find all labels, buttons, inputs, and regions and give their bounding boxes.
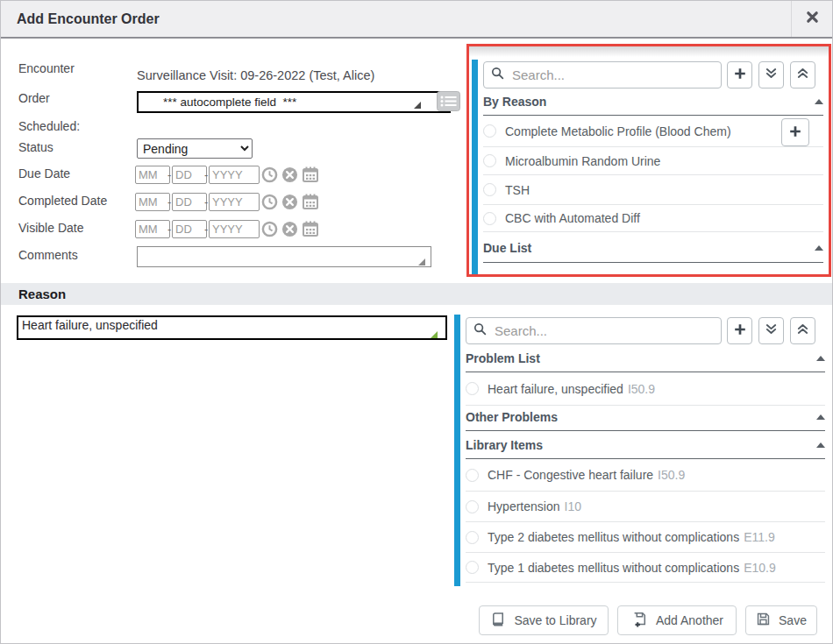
radio-icon[interactable] bbox=[483, 183, 496, 196]
due-date-yyyy-input[interactable] bbox=[209, 166, 260, 184]
radio-icon[interactable] bbox=[466, 561, 479, 574]
date-separator: - bbox=[204, 195, 208, 209]
reason-add-button[interactable] bbox=[727, 317, 752, 344]
visible-date-label: Visible Date bbox=[18, 221, 83, 235]
date-separator: - bbox=[167, 223, 171, 236]
collapse-caret-icon bbox=[816, 414, 825, 420]
completed-date-label: Completed Date bbox=[18, 194, 107, 208]
search-icon bbox=[491, 67, 504, 83]
order-expand-all-button[interactable] bbox=[758, 61, 784, 88]
collapse-caret-icon bbox=[815, 245, 823, 251]
reason-item-row[interactable]: Hypertension I10 bbox=[466, 492, 825, 522]
order-item-row[interactable]: Complete Metabolic Profile (Blood Chem) bbox=[483, 116, 823, 147]
save-button[interactable]: Save bbox=[745, 605, 817, 635]
reason-resize-grip[interactable] bbox=[431, 331, 438, 338]
radio-icon[interactable] bbox=[483, 124, 496, 138]
save-to-library-button[interactable]: Save to Library bbox=[479, 605, 609, 635]
comments-label: Comments bbox=[18, 248, 78, 262]
reason-item-row[interactable]: Heart failure, unspecified I50.9 bbox=[466, 372, 825, 406]
reason-item-label: Type 1 diabetes mellitus without complic… bbox=[488, 561, 739, 575]
order-item-label: TSH bbox=[505, 183, 530, 197]
order-collapse-all-button[interactable] bbox=[790, 61, 815, 88]
radio-icon[interactable] bbox=[466, 531, 479, 544]
collapse-caret-icon bbox=[816, 356, 825, 361]
completed-date-yyyy-input[interactable] bbox=[209, 193, 260, 211]
reason-item-row[interactable]: Type 1 diabetes mellitus without complic… bbox=[466, 553, 825, 583]
reason-input[interactable]: Heart failure, unspecified bbox=[17, 315, 447, 340]
date-separator: - bbox=[204, 223, 208, 236]
section-header-by-reason[interactable]: By Reason bbox=[483, 95, 823, 109]
comments-textarea[interactable] bbox=[137, 246, 431, 267]
date-separator: - bbox=[167, 168, 171, 181]
close-button[interactable] bbox=[791, 1, 832, 37]
button-label: Save bbox=[779, 613, 807, 627]
radio-icon[interactable] bbox=[466, 469, 479, 482]
radio-icon[interactable] bbox=[466, 500, 479, 513]
collapse-caret-icon bbox=[816, 442, 825, 448]
visible-date-yyyy-input[interactable] bbox=[209, 220, 260, 238]
button-label: Add Another bbox=[656, 613, 723, 627]
reason-item-row[interactable]: Type 2 diabetes mellitus without complic… bbox=[466, 522, 825, 553]
icd-code: E10.9 bbox=[744, 561, 776, 575]
section-header-other-problems[interactable]: Other Problems bbox=[466, 410, 825, 424]
order-item-row[interactable]: Microalbumin Random Urine bbox=[483, 147, 823, 175]
scheduled-label: Scheduled: bbox=[18, 119, 80, 133]
due-date-dd-input[interactable] bbox=[172, 166, 207, 184]
icd-code: E11.9 bbox=[744, 530, 775, 544]
order-resize-grip[interactable] bbox=[414, 102, 421, 109]
order-input[interactable] bbox=[137, 91, 451, 113]
highlight-inner-shadow bbox=[469, 46, 829, 57]
section-header-label: By Reason bbox=[483, 95, 546, 109]
due-date-calendar-icon[interactable] bbox=[302, 166, 319, 183]
order-list-button[interactable] bbox=[437, 91, 460, 111]
order-item-row[interactable]: CBC with Automated Diff bbox=[483, 205, 823, 232]
completed-date-calendar-icon[interactable] bbox=[302, 193, 319, 210]
status-select[interactable]: Pending bbox=[137, 138, 253, 159]
visible-date-mm-input[interactable] bbox=[135, 220, 170, 238]
due-date-mm-input[interactable] bbox=[135, 166, 170, 184]
reason-item-label: Heart failure, unspecified bbox=[488, 382, 623, 396]
order-search-box bbox=[483, 61, 722, 88]
completed-date-clear-icon[interactable] bbox=[281, 193, 298, 210]
encounter-label: Encounter bbox=[18, 61, 75, 75]
reason-section-band: Reason bbox=[1, 283, 832, 305]
order-item-row[interactable]: TSH bbox=[483, 175, 823, 205]
reason-panel-accent-bar bbox=[454, 315, 460, 586]
visible-date-clock-icon[interactable] bbox=[260, 220, 278, 237]
due-date-clock-icon[interactable] bbox=[260, 166, 278, 183]
order-panel-accent-bar bbox=[472, 60, 478, 274]
reason-collapse-all-button[interactable] bbox=[790, 317, 815, 344]
reason-item-row[interactable]: CHF - Congestive heart failure I50.9 bbox=[466, 459, 825, 492]
close-icon bbox=[806, 11, 819, 27]
radio-icon[interactable] bbox=[466, 382, 479, 395]
plus-icon bbox=[733, 67, 747, 84]
add-another-button[interactable]: Add Another bbox=[617, 605, 737, 635]
visible-date-calendar-icon[interactable] bbox=[302, 220, 319, 237]
visible-date-dd-input[interactable] bbox=[172, 220, 207, 238]
section-header-problem-list[interactable]: Problem List bbox=[466, 351, 825, 365]
radio-icon[interactable] bbox=[483, 212, 496, 225]
due-date-clear-icon[interactable] bbox=[281, 166, 298, 183]
plus-icon bbox=[733, 322, 747, 340]
date-separator: - bbox=[204, 168, 208, 181]
completed-date-mm-input[interactable] bbox=[135, 193, 170, 211]
reason-section-title: Reason bbox=[18, 287, 66, 301]
order-add-button[interactable] bbox=[727, 61, 752, 88]
reason-item-label: Type 2 diabetes mellitus without complic… bbox=[488, 530, 739, 544]
double-chevron-up-icon bbox=[796, 67, 809, 83]
section-header-due-list[interactable]: Due List bbox=[483, 241, 823, 255]
book-icon bbox=[490, 612, 506, 630]
radio-icon[interactable] bbox=[483, 154, 496, 167]
order-search-input[interactable] bbox=[510, 67, 714, 83]
icd-code: I50.9 bbox=[658, 468, 685, 482]
order-item-add-button[interactable] bbox=[781, 118, 809, 146]
completed-date-dd-input[interactable] bbox=[172, 193, 207, 211]
search-icon bbox=[473, 322, 487, 339]
visible-date-clear-icon[interactable] bbox=[281, 220, 298, 237]
comments-resize-grip[interactable] bbox=[418, 258, 425, 265]
reason-search-input[interactable] bbox=[493, 322, 714, 339]
save-icon bbox=[756, 612, 771, 629]
completed-date-clock-icon[interactable] bbox=[260, 193, 278, 210]
reason-expand-all-button[interactable] bbox=[758, 317, 784, 344]
section-header-library-items[interactable]: Library Items bbox=[466, 438, 825, 452]
